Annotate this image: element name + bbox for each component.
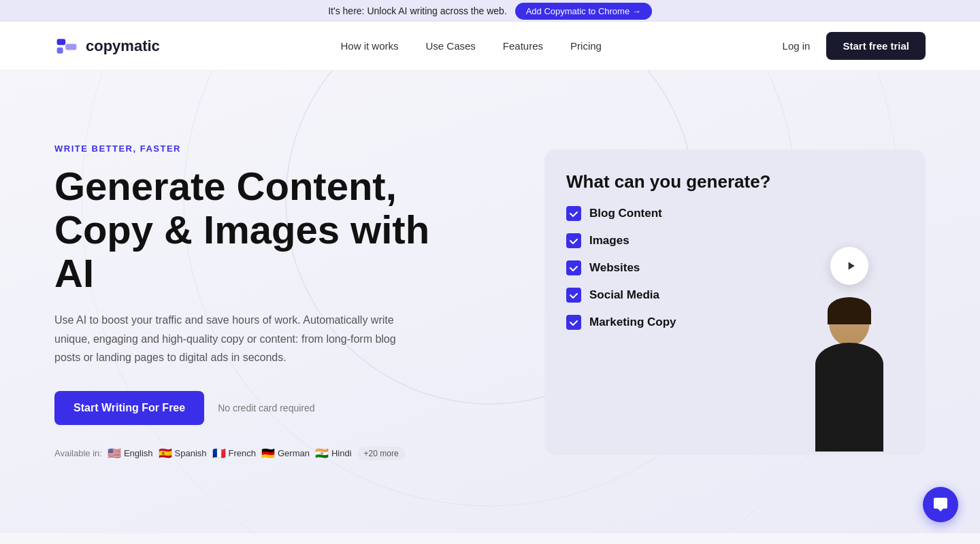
checklist-label-blog: Blog Content: [589, 207, 662, 220]
flag-spanish: 🇪🇸: [159, 447, 172, 460]
checklist-item-marketing: Marketing Copy: [566, 315, 781, 330]
check-icon-images: [566, 233, 581, 248]
flag-english: 🇺🇸: [108, 447, 121, 460]
lang-french-label: French: [229, 448, 256, 458]
hero-description: Use AI to boost your traffic and save ho…: [54, 311, 408, 367]
banner-highlight: It's here:: [328, 5, 364, 16]
more-languages-badge: +20 more: [357, 447, 406, 460]
hero-right: What can you generate? Blog Content Imag…: [463, 150, 926, 455]
nav-links: How it works Use Cases Features Pricing: [340, 40, 601, 52]
card-title: What can you generate?: [566, 171, 904, 192]
banner-cta[interactable]: Add Copymatic to Chrome →: [515, 3, 652, 20]
lang-french: 🇫🇷 French: [212, 447, 256, 460]
available-label: Available in:: [54, 448, 102, 458]
checklist-label-websites: Websites: [589, 261, 640, 275]
flag-hindi: 🇮🇳: [315, 447, 329, 460]
flag-french: 🇫🇷: [212, 447, 226, 460]
lang-german-label: German: [278, 448, 310, 458]
checklist-label-images: Images: [589, 234, 630, 248]
card-body: Blog Content Images Websites: [566, 206, 904, 455]
nav-pricing[interactable]: Pricing: [570, 40, 602, 52]
main-content: WRITE BETTER, FASTER Generate Content, C…: [0, 71, 980, 533]
lang-spanish-label: Spanish: [175, 448, 207, 458]
checklist-item-social: Social Media: [566, 288, 781, 303]
checklist: Blog Content Images Websites: [566, 206, 781, 342]
checklist-item-images: Images: [566, 233, 781, 248]
top-banner: It's here: Unlock AI writing across the …: [0, 0, 980, 22]
play-button[interactable]: [830, 247, 868, 285]
hero-title: Generate Content, Copy & Images with AI: [54, 165, 463, 294]
checklist-label-marketing: Marketing Copy: [589, 316, 676, 329]
check-icon-blog: [566, 206, 581, 221]
nav-actions: Log in Start free trial: [783, 32, 926, 60]
play-area: [795, 206, 904, 455]
lang-english: 🇺🇸 English: [108, 447, 153, 460]
logo-icon: [54, 34, 79, 58]
hero-title-line2: Copy & Images with AI: [54, 207, 429, 295]
hero-tagline: WRITE BETTER, FASTER: [54, 143, 463, 154]
video-card: What can you generate? Blog Content Imag…: [544, 150, 926, 455]
nav-how-it-works[interactable]: How it works: [340, 40, 398, 52]
check-icon-marketing: [566, 315, 581, 330]
available-in-row: Available in: 🇺🇸 English 🇪🇸 Spanish 🇫🇷 F…: [54, 447, 463, 460]
svg-rect-0: [57, 39, 66, 45]
flag-german: 🇩🇪: [261, 447, 275, 460]
lang-hindi-label: Hindi: [331, 448, 352, 458]
no-credit-card-text: No credit card required: [218, 403, 314, 413]
hero-title-line1: Generate Content,: [54, 164, 397, 208]
login-link[interactable]: Log in: [783, 40, 811, 52]
lang-german: 🇩🇪 German: [261, 447, 310, 460]
svg-rect-1: [57, 47, 63, 53]
svg-rect-2: [65, 44, 76, 50]
banner-main: Unlock AI writing across the web.: [367, 5, 506, 16]
hero-left: WRITE BETTER, FASTER Generate Content, C…: [54, 143, 463, 460]
start-trial-button[interactable]: Start free trial: [826, 32, 926, 60]
checklist-item-websites: Websites: [566, 260, 781, 275]
lang-english-label: English: [124, 448, 153, 458]
start-writing-button[interactable]: Start Writing For Free: [54, 391, 204, 425]
check-icon-social: [566, 288, 581, 303]
banner-text: It's here: Unlock AI writing across the …: [328, 5, 509, 16]
checklist-item-blog: Blog Content: [566, 206, 781, 221]
navbar: copymatic How it works Use Cases Feature…: [0, 22, 980, 71]
nav-features[interactable]: Features: [503, 40, 543, 52]
lang-hindi: 🇮🇳 Hindi: [315, 447, 352, 460]
chat-button[interactable]: [923, 487, 958, 522]
logo[interactable]: copymatic: [54, 34, 160, 58]
checklist-label-social: Social Media: [589, 288, 659, 302]
logo-text: copymatic: [86, 37, 160, 55]
nav-use-cases[interactable]: Use Cases: [426, 40, 476, 52]
check-icon-websites: [566, 260, 581, 275]
cta-row: Start Writing For Free No credit card re…: [54, 391, 463, 425]
lang-spanish: 🇪🇸 Spanish: [159, 447, 207, 460]
